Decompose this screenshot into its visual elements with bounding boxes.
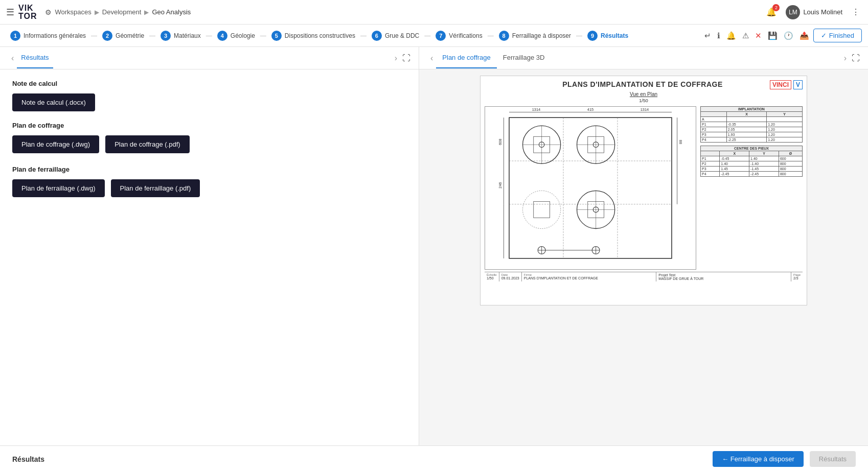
- nav-actions: 🔔 2 LM Louis Molinet ⋮: [764, 3, 862, 21]
- step-4-label: Géologie: [231, 32, 255, 39]
- second-logo: V: [793, 80, 803, 89]
- left-panel-prev[interactable]: ‹: [8, 53, 17, 64]
- more-options-button[interactable]: ⋮: [850, 5, 862, 19]
- history-icon-btn[interactable]: 🕐: [782, 29, 795, 42]
- results-tab[interactable]: Résultats: [17, 48, 53, 68]
- step-sep-3: —: [205, 32, 213, 39]
- breadcrumb: ⚙ Workspaces ▶ Development ▶ Geo Analysi…: [45, 8, 191, 16]
- left-panel-next[interactable]: ›: [392, 53, 400, 64]
- step-2-label: Géométrie: [116, 32, 144, 39]
- implantation-table: IMPLANTATION XY A P1-0.351.20 P22.051.20…: [700, 106, 803, 143]
- svg-point-15: [523, 191, 561, 228]
- warning-icon-btn[interactable]: ⚠: [740, 29, 751, 42]
- user-name-label: Louis Molinet: [803, 8, 842, 16]
- enter-icon-btn[interactable]: ↵: [702, 29, 713, 42]
- footer-date-value: 09.01.2023: [501, 276, 519, 280]
- step-3[interactable]: 3 Matériaux: [156, 31, 205, 41]
- step-sep-4: —: [259, 32, 267, 39]
- breadcrumb-item-workspaces[interactable]: ⚙ Workspaces: [45, 8, 91, 16]
- panel-expand-button[interactable]: ⛶: [402, 54, 410, 63]
- note-calcul-section: Note de calcul Note de calcul (.docx): [12, 80, 406, 111]
- step-7-label: Vérifications: [449, 32, 482, 39]
- step-8-circle: 8: [499, 31, 509, 41]
- plan-coffrage-dwg-button[interactable]: Plan de coffrage (.dwg): [12, 135, 99, 153]
- bell-icon-btn[interactable]: 🔔: [724, 29, 738, 42]
- step-9-circle: 9: [587, 31, 598, 41]
- notifications-button[interactable]: 🔔 2: [764, 5, 779, 19]
- plan-coffrage-title: Plan de coffrage: [12, 122, 406, 129]
- left-panel-nav: › ⛶: [392, 53, 410, 64]
- step-5[interactable]: 5 Dispositions constructives: [267, 31, 359, 41]
- step-2[interactable]: 2 Géométrie: [98, 31, 148, 41]
- plan-coffrage-buttons: Plan de coffrage (.dwg) Plan de coffrage…: [12, 135, 406, 153]
- step-6[interactable]: 6 Grue & DDC: [368, 31, 423, 41]
- step-8[interactable]: 8 Ferraillage à disposer: [495, 31, 575, 41]
- step-sep-7: —: [487, 32, 495, 39]
- footer-page-value: 2/3: [793, 276, 801, 280]
- step-6-circle: 6: [372, 31, 382, 41]
- vinci-logo: VINCI: [770, 80, 791, 89]
- step-1[interactable]: 1 Informations générales: [6, 31, 90, 41]
- note-calcul-docx-button[interactable]: Note de calcul (.docx): [12, 93, 95, 111]
- plan-coffrage-tab[interactable]: Plan de coffrage: [436, 48, 496, 68]
- plan-ferraillage-pdf-button[interactable]: Plan de ferraillage (.pdf): [111, 179, 200, 197]
- notification-badge: 2: [772, 4, 780, 11]
- drawing-plan: 1314 415 1314 608 246 8: [485, 106, 696, 270]
- back-to-ferraillage-button[interactable]: ← Ferraillage à disposer: [713, 451, 804, 467]
- svg-text:88: 88: [678, 140, 683, 144]
- step-7-circle: 7: [436, 31, 446, 41]
- ferraillage-3d-tab[interactable]: Ferraillage 3D: [497, 48, 551, 68]
- drawing-subtitle: Vue en Plan: [485, 91, 803, 97]
- left-panel-body: Note de calcul Note de calcul (.docx) Pl…: [0, 69, 419, 445]
- svg-text:1314: 1314: [641, 107, 649, 112]
- workspaces-icon: ⚙: [45, 8, 52, 16]
- workspaces-link[interactable]: Workspaces: [55, 8, 91, 16]
- step-sep-1: —: [90, 32, 98, 39]
- drawing-footer: Échelle 1/50 Date 09.01.2023 Firme PLANS…: [485, 272, 803, 281]
- step-sep-6: —: [423, 32, 431, 39]
- export-icon-btn[interactable]: 📤: [797, 29, 811, 42]
- breadcrumb-arrow-2: ▶: [144, 9, 149, 16]
- plan-ferraillage-dwg-button[interactable]: Plan de ferraillage (.dwg): [12, 179, 105, 197]
- drawing-area: 1314 415 1314 608 246 8: [485, 106, 803, 270]
- right-panel-nav: › ⛶: [841, 53, 860, 64]
- step-4[interactable]: 4 Géologie: [213, 31, 259, 41]
- step-7[interactable]: 7 Vérifications: [431, 31, 486, 41]
- footer-scale: Échelle 1/50: [485, 272, 499, 281]
- step-sep-8: —: [575, 32, 583, 39]
- svg-text:1314: 1314: [532, 107, 540, 112]
- footer-subtitle-value: MASSIF DE GRUE À TOUR: [658, 277, 789, 280]
- plan-coffrage-pdf-button[interactable]: Plan de coffrage (.pdf): [105, 135, 189, 153]
- breadcrumb-item-development[interactable]: Development: [102, 8, 142, 16]
- info-icon-btn[interactable]: ℹ: [715, 29, 722, 42]
- step-9[interactable]: 9 Résultats: [583, 31, 632, 41]
- note-calcul-title: Note de calcul: [12, 80, 406, 87]
- step-4-circle: 4: [217, 31, 227, 41]
- right-panel-prev[interactable]: ‹: [427, 53, 436, 64]
- plan-ferraillage-title: Plan de ferraillage: [12, 166, 406, 173]
- save-icon-btn[interactable]: 💾: [766, 29, 780, 42]
- development-link[interactable]: Development: [102, 8, 142, 16]
- step-5-label: Dispositions constructives: [285, 32, 355, 39]
- footer-project-cell: Projet Test MASSIF DE GRUE À TOUR: [656, 272, 791, 281]
- step-3-circle: 3: [161, 31, 171, 41]
- main-content: ‹ Résultats › ⛶ Note de calcul Note de c…: [0, 47, 868, 445]
- plan-ferraillage-section: Plan de ferraillage Plan de ferraillage …: [12, 166, 406, 197]
- step-1-label: Informations générales: [24, 32, 86, 39]
- hamburger-menu-icon[interactable]: ☰: [6, 7, 14, 18]
- svg-text:608: 608: [498, 139, 502, 145]
- close-icon-btn[interactable]: ✕: [753, 29, 764, 42]
- user-menu-button[interactable]: LM Louis Molinet: [782, 3, 847, 21]
- breadcrumb-arrow-1: ▶: [95, 9, 99, 16]
- drawing-header: PLANS D'IMPLANTATION ET DE COFFRAGE VINC…: [485, 80, 803, 89]
- step-2-circle: 2: [102, 31, 112, 41]
- drawing-logo: VINCI V: [770, 80, 803, 89]
- steps-toolbar: ↵ ℹ 🔔 ⚠ ✕ 💾 🕐 📤 ✓ Finished: [702, 29, 862, 42]
- right-panel-next[interactable]: ›: [841, 53, 850, 64]
- finished-button[interactable]: ✓ Finished: [813, 29, 862, 42]
- avatar: LM: [786, 5, 800, 19]
- right-panel-expand-button[interactable]: ⛶: [852, 54, 860, 63]
- finished-label: Finished: [829, 32, 854, 39]
- step-3-label: Matériaux: [174, 32, 201, 39]
- svg-text:246: 246: [498, 182, 502, 188]
